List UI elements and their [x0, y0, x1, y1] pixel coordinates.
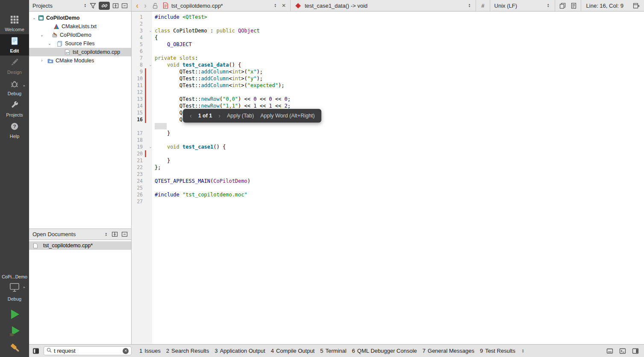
fold-marker-icon[interactable]: ⌄ — [147, 143, 154, 150]
terminal-panel-icon[interactable] — [619, 348, 626, 354]
tree-item-cmake-modules[interactable]: › CMake Modules — [29, 56, 131, 65]
apply-word-button[interactable]: Apply Word (Alt+Right) — [260, 113, 315, 119]
code-line[interactable]: 18 — [132, 137, 644, 143]
symbol-spinner[interactable]: ▲▼ — [468, 3, 471, 8]
tree-item-project-root[interactable]: ⌄ CoPilotDemo — [29, 14, 131, 22]
tree-item-source-files[interactable]: ⌄ Source Files — [29, 39, 131, 48]
file-lock-icon[interactable] — [152, 3, 158, 9]
tree-expand-icon[interactable]: ⌄ — [38, 33, 45, 37]
code-editor[interactable]: 1#include <QtTest>23⌄class CoPilotDemo :… — [132, 12, 644, 344]
code-line[interactable]: 21 } — [132, 157, 644, 164]
go-back-icon[interactable]: ‹ — [136, 2, 138, 9]
mode-debug[interactable]: Debug ▸ — [0, 77, 29, 98]
tree-expand-icon[interactable]: ⌄ — [46, 41, 53, 46]
split-editor-icon[interactable] — [633, 3, 640, 9]
fold-marker-icon[interactable]: ⌄ — [147, 61, 154, 68]
go-forward-icon[interactable]: › — [144, 2, 147, 9]
code-line[interactable]: 6 — [132, 48, 644, 55]
tree-expand-icon[interactable]: ⌄ — [31, 16, 38, 20]
code-line[interactable]: 11 QTest::addColumn<int>("expected"); — [132, 82, 644, 89]
pane-search-results[interactable]: 2Search Results — [166, 348, 209, 354]
kit-selector-button[interactable]: ▸ — [0, 281, 29, 296]
code-text — [154, 20, 155, 27]
output-pane-spinner[interactable]: ▲▼ — [521, 349, 525, 353]
filter-icon[interactable] — [90, 3, 96, 9]
pane-application-output[interactable]: 3Application Output — [215, 348, 265, 354]
pane-qml-debugger-console[interactable]: 6QML Debugger Console — [352, 348, 417, 354]
code-line[interactable]: 14 QTest::newRow("1,1") << 1 << 1 << 2; — [132, 102, 644, 109]
mode-projects[interactable]: Projects — [0, 98, 29, 120]
code-text — [154, 198, 155, 205]
code-line[interactable]: 4{ — [132, 34, 644, 41]
code-line[interactable]: 19⌄ void test_case1() { — [132, 143, 644, 150]
code-line[interactable]: 26#include "tst_copilotdemo.moc" — [132, 191, 644, 198]
line-number: 4 — [132, 34, 144, 41]
code-line[interactable]: 2 — [132, 20, 644, 27]
code-line[interactable]: 23 — [132, 171, 644, 178]
sidebar-view-label[interactable]: Projects — [32, 3, 53, 9]
close-panel-icon[interactable] — [121, 231, 128, 237]
line-ending-label[interactable]: Unix (LF) — [494, 3, 517, 9]
tree-item-cpp-file[interactable]: c+ tst_copilotdemo.cpp — [29, 48, 131, 56]
link-with-editor-button[interactable] — [99, 2, 110, 10]
pane-test-results[interactable]: 9Test Results — [480, 348, 515, 354]
code-line[interactable]: 24QTEST_APPLESS_MAIN(CoPilotDemo) — [132, 178, 644, 184]
code-line[interactable]: 12 — [132, 89, 644, 96]
code-line[interactable]: 22}; — [132, 164, 644, 171]
sidebar-view-spinner[interactable]: ▲▼ — [83, 3, 87, 8]
output-collapse-icon[interactable] — [606, 348, 613, 354]
run-debug-button[interactable] — [0, 323, 29, 340]
mode-help[interactable]: ? Help — [0, 120, 29, 141]
tree-collapse-icon[interactable]: › — [38, 59, 45, 63]
pane-issues[interactable]: 1Issues — [139, 348, 161, 354]
build-button[interactable] — [0, 340, 29, 357]
close-document-icon[interactable]: ✕ — [280, 3, 288, 9]
open-document-item[interactable]: tst_copilotdemo.cpp* — [29, 241, 131, 250]
line-ending-spinner[interactable]: ▲▼ — [546, 3, 550, 8]
apply-suggestion-button[interactable]: Apply (Tab) — [227, 113, 254, 119]
tree-item-target[interactable]: ⌄ CoPilotDemo — [29, 31, 131, 39]
code-line[interactable]: 3⌄class CoPilotDemo : public QObject — [132, 27, 644, 34]
code-line[interactable]: 25 — [132, 184, 644, 191]
previous-suggestion-icon[interactable]: ‹ — [190, 112, 192, 119]
code-line[interactable]: 9 QTest::addColumn<int>("x"); — [132, 68, 644, 75]
code-line[interactable]: 27 — [132, 198, 644, 205]
code-line[interactable]: 1#include <QtTest> — [132, 14, 644, 20]
current-symbol-label[interactable]: test_case1_data() -> void — [305, 3, 368, 9]
split-panel-icon[interactable] — [112, 3, 119, 9]
line-number: 21 — [132, 157, 144, 164]
file-properties-icon[interactable] — [571, 3, 576, 9]
open-documents-spinner[interactable]: ▲▼ — [104, 232, 108, 237]
code-line[interactable]: 13 QTest::newRow("0,0") << 0 << 0 << 0; — [132, 96, 644, 102]
code-line[interactable]: 10 QTest::addColumn<int>("y"); — [132, 75, 644, 82]
run-button[interactable] — [0, 306, 29, 323]
pane-general-messages[interactable]: 7General Messages — [423, 348, 474, 354]
split-panel-icon[interactable] — [112, 231, 118, 237]
search-clear-icon[interactable]: ✕ — [123, 348, 129, 354]
code-line[interactable]: 8⌄ void test_case1_data() { — [132, 61, 644, 68]
pane-terminal[interactable]: 5Terminal — [320, 348, 346, 354]
slot-diamond-icon — [295, 3, 301, 9]
hash-button[interactable]: # — [476, 0, 490, 11]
diff-patch-icon[interactable] — [559, 3, 566, 9]
code-line[interactable]: 17 } — [132, 130, 644, 137]
fold-marker-icon[interactable]: ⌄ — [147, 27, 154, 34]
cursor-position-label[interactable]: Line: 16, Col: 9 — [586, 3, 623, 9]
next-suggestion-icon[interactable]: › — [218, 112, 221, 119]
code-line[interactable]: 5 Q_OBJECT — [132, 41, 644, 48]
mode-welcome[interactable]: Welcome — [0, 13, 29, 34]
mode-edit[interactable]: Edit — [0, 34, 29, 56]
sidebar-view-selector: Projects ▲▼ — [29, 0, 132, 11]
open-document-spinner[interactable]: ▲▼ — [273, 3, 277, 8]
locator-search-field[interactable]: t request ✕ — [44, 346, 132, 355]
search-input-value[interactable]: t request — [54, 348, 121, 354]
close-panel-icon[interactable] — [121, 3, 128, 9]
debug-menu-arrow-icon[interactable]: ▸ — [24, 84, 25, 88]
code-line[interactable]: 20 — [132, 150, 644, 157]
right-sidebar-toggle-icon[interactable] — [632, 348, 639, 354]
pane-compile-output[interactable]: 4Compile Output — [271, 348, 315, 354]
code-line[interactable]: 7private slots: — [132, 55, 644, 61]
open-document-label[interactable]: tst_copilotdemo.cpp* — [171, 3, 223, 9]
tree-item-cmakelists[interactable]: CMakeLists.txt — [29, 22, 131, 31]
toggle-left-sidebar-icon[interactable] — [32, 348, 39, 354]
